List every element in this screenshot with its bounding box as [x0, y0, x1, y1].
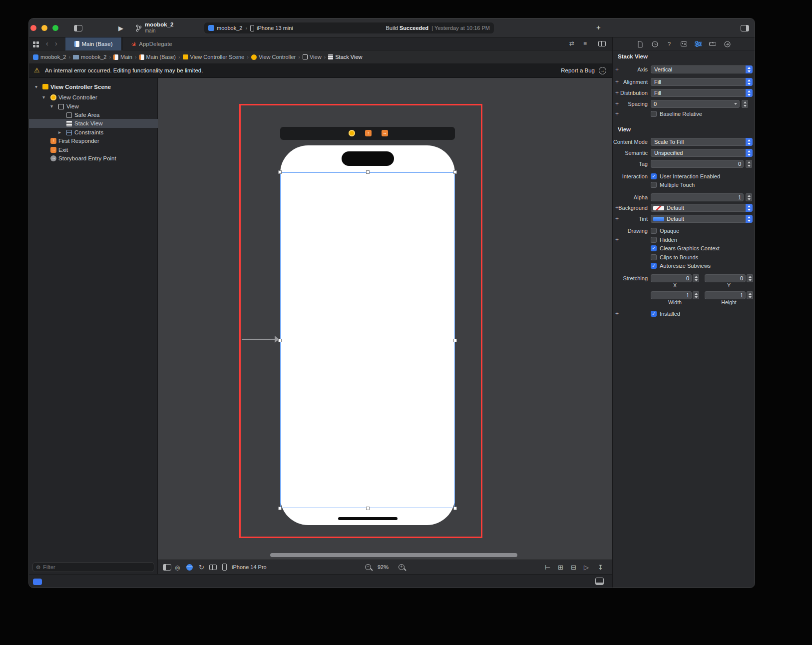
- multiple-touch-checkbox[interactable]: [651, 182, 657, 188]
- toggle-inspector-icon[interactable]: [741, 25, 749, 31]
- stretch-width-field[interactable]: 1: [651, 291, 692, 299]
- spacing-field[interactable]: 0: [651, 100, 740, 108]
- disclosure-icon[interactable]: ▾: [42, 93, 45, 102]
- exit-icon[interactable]: →: [382, 130, 388, 136]
- storyboard-canvas[interactable]: ↑ → ◎ ↻ iPhone: [158, 78, 612, 574]
- report-bug-arrow-icon[interactable]: →: [599, 67, 606, 74]
- stretch-y-field[interactable]: 0: [705, 274, 746, 282]
- forward-button[interactable]: ›: [55, 39, 57, 47]
- resize-handle-top-center[interactable]: [366, 170, 370, 174]
- minimize-button[interactable]: [41, 25, 47, 31]
- alpha-stepper[interactable]: [746, 193, 752, 201]
- device-bezels-icon[interactable]: ◎: [175, 564, 180, 571]
- resolve-autolayout-icon[interactable]: ▷: [584, 564, 589, 571]
- outline-item-constraints[interactable]: ▸ Constraints: [29, 128, 158, 137]
- add-editor-icon[interactable]: [598, 41, 606, 46]
- debug-area-toggle-icon[interactable]: [595, 578, 604, 585]
- embed-icon[interactable]: ⊟: [571, 564, 576, 571]
- update-frames-icon[interactable]: ↧: [598, 564, 603, 571]
- run-button[interactable]: ▶: [118, 24, 123, 32]
- clears-graphics-checkbox[interactable]: ✓: [651, 245, 657, 251]
- tint-popup[interactable]: Default: [651, 215, 753, 223]
- tab-main-storyboard[interactable]: Main (Base): [65, 37, 122, 50]
- outline-item-first-responder[interactable]: ↑ First Responder: [29, 136, 158, 145]
- scheme-selector[interactable]: moobok_2 main: [145, 21, 174, 34]
- autoresize-checkbox[interactable]: ✓: [651, 263, 657, 269]
- zoom-level[interactable]: 92%: [378, 560, 389, 574]
- disclosure-icon[interactable]: ▸: [58, 128, 61, 137]
- stretch-width-stepper[interactable]: [693, 291, 699, 299]
- background-popup[interactable]: Default: [651, 204, 753, 212]
- resize-handle-middle-right[interactable]: [453, 339, 457, 342]
- stretch-height-stepper[interactable]: [747, 291, 753, 299]
- toggle-navigator-icon[interactable]: [74, 25, 82, 31]
- filter-input[interactable]: [43, 564, 151, 570]
- tab-appdelegate[interactable]: AppDelegate: [122, 37, 180, 50]
- axis-popup[interactable]: Vertical: [651, 65, 753, 73]
- user-interaction-checkbox[interactable]: ✓: [651, 173, 657, 179]
- alpha-field[interactable]: 1: [651, 193, 744, 201]
- outline-item-entry-point[interactable]: → Storyboard Entry Point: [29, 154, 158, 163]
- zoom-in-icon[interactable]: +: [399, 564, 405, 570]
- breadcrumb-main[interactable]: Main: [113, 54, 132, 60]
- pin-constraints-icon[interactable]: ⊞: [558, 564, 563, 571]
- adjust-editor-icon[interactable]: ≡: [583, 40, 587, 47]
- resize-handle-top-right[interactable]: [453, 170, 457, 174]
- resize-handle-top-left[interactable]: [278, 170, 282, 174]
- add-attribute-icon[interactable]: +: [615, 309, 619, 318]
- quick-help-inspector-icon[interactable]: ?: [665, 40, 673, 47]
- size-inspector-icon[interactable]: [709, 40, 717, 47]
- toggle-outline-icon[interactable]: [163, 564, 171, 571]
- resize-handle-bottom-right[interactable]: [453, 507, 457, 510]
- breadcrumb-view[interactable]: View: [303, 54, 322, 60]
- disclosure-icon[interactable]: ▾: [50, 102, 53, 111]
- alignment-popup[interactable]: Fill: [651, 78, 753, 86]
- breadcrumb-stack-view[interactable]: Stack View: [328, 54, 362, 60]
- add-attribute-icon[interactable]: +: [615, 235, 619, 244]
- stretch-x-field[interactable]: 0: [651, 274, 692, 282]
- add-button[interactable]: +: [596, 23, 601, 31]
- file-inspector-icon[interactable]: [636, 40, 644, 47]
- outline-filter-field[interactable]: ⊜: [32, 562, 154, 572]
- tag-field[interactable]: 0: [651, 160, 744, 168]
- report-bug-link[interactable]: Report a Bug: [561, 67, 595, 73]
- outline-item-view[interactable]: ▾ View: [29, 102, 158, 111]
- zoom-out-icon[interactable]: −: [365, 564, 371, 570]
- breadcrumb-group[interactable]: moobok_2: [73, 54, 106, 60]
- connections-inspector-icon[interactable]: [723, 40, 731, 47]
- semantic-popup[interactable]: Unspecified: [651, 149, 753, 157]
- stretch-x-stepper[interactable]: [693, 274, 699, 282]
- identity-inspector-icon[interactable]: [680, 40, 688, 47]
- related-items-icon[interactable]: [33, 41, 35, 44]
- resize-handle-bottom-left[interactable]: [278, 507, 282, 510]
- outline-item-stack-view[interactable]: Stack View: [29, 119, 158, 128]
- device-name[interactable]: iPhone 14 Pro: [232, 560, 267, 574]
- breadcrumb-project[interactable]: moobok_2: [33, 54, 66, 60]
- hidden-checkbox[interactable]: [651, 237, 657, 243]
- breadcrumb-scene[interactable]: View Controller Scene: [183, 54, 245, 60]
- breadcrumb-view-controller[interactable]: View Controller: [251, 54, 296, 60]
- run-destination[interactable]: iPhone 13 mini: [257, 25, 293, 31]
- variants-icon[interactable]: [209, 565, 217, 570]
- orientation-icon[interactable]: ↻: [199, 564, 204, 571]
- breakpoint-toggle-button[interactable]: [33, 579, 42, 585]
- opaque-checkbox[interactable]: [651, 228, 657, 234]
- breadcrumb-main-base[interactable]: Main (Base): [139, 54, 176, 60]
- align-constraints-icon[interactable]: ⊢: [545, 564, 550, 571]
- installed-checkbox[interactable]: ✓: [651, 311, 657, 317]
- clips-to-bounds-checkbox[interactable]: [651, 254, 657, 260]
- outline-item-view-controller-scene[interactable]: ▾ View Controller Scene: [29, 82, 158, 91]
- attributes-inspector-icon[interactable]: [694, 40, 702, 47]
- tag-stepper[interactable]: [746, 160, 752, 168]
- localization-globe-icon[interactable]: [186, 564, 193, 571]
- view-controller-icon[interactable]: [349, 130, 355, 136]
- activity-status-view[interactable]: moobok_2 › iPhone 13 mini Build Succeede…: [204, 22, 494, 33]
- first-responder-icon[interactable]: ↑: [365, 130, 372, 136]
- stretch-height-field[interactable]: 1: [705, 291, 746, 299]
- resize-handle-middle-left[interactable]: [278, 339, 282, 342]
- fullscreen-button[interactable]: [52, 25, 58, 31]
- content-mode-popup[interactable]: Scale To Fill: [651, 138, 753, 146]
- add-attribute-icon[interactable]: +: [615, 109, 619, 118]
- baseline-relative-checkbox[interactable]: [651, 111, 657, 117]
- outline-item-exit[interactable]: → Exit: [29, 145, 158, 154]
